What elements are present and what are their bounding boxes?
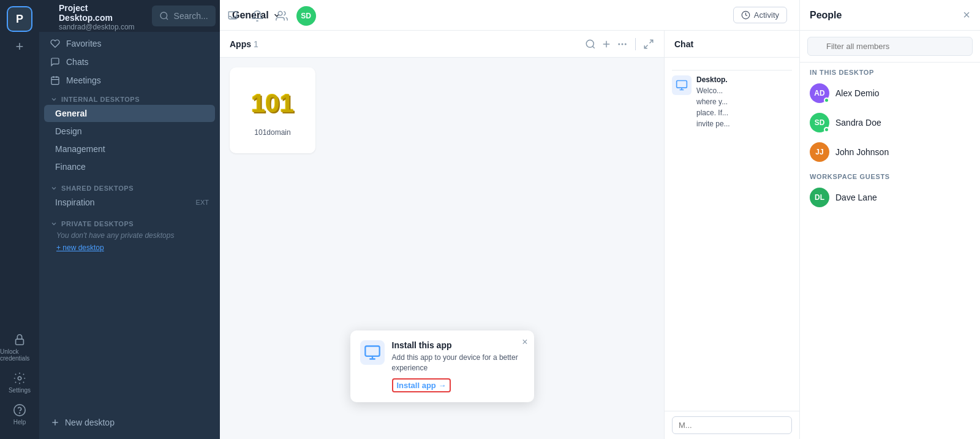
calendar-icon xyxy=(50,75,60,85)
apps-toolbar: Apps 1 xyxy=(220,31,664,58)
people-member-sandra[interactable]: SD Sandra Doe xyxy=(800,108,980,137)
people-panel-title: People xyxy=(810,10,842,21)
svg-point-10 xyxy=(586,40,594,47)
chat-message-content: Desktop. Welco...where y...place. If...i… xyxy=(696,75,792,129)
svg-line-16 xyxy=(650,40,653,43)
activity-button[interactable]: Activity xyxy=(733,7,787,23)
more-apps-icon[interactable] xyxy=(617,39,628,50)
member-avatar-sandra: SD xyxy=(810,113,829,132)
chat-input[interactable] xyxy=(672,416,792,434)
private-desktops-toggle[interactable]: PRIVATE DESKTOPS xyxy=(50,220,209,227)
people-panel-header: People × xyxy=(800,0,980,31)
shared-desktops-toggle[interactable]: SHARED DESKTOPS xyxy=(50,185,209,192)
content-chat-area: Apps 1 xyxy=(220,31,799,439)
plus-icon xyxy=(50,418,60,427)
install-popup-icon xyxy=(360,340,385,365)
people-search-wrap xyxy=(807,37,973,56)
in-this-desktop-header: IN THIS DESKTOP xyxy=(800,63,980,78)
people-panel: People × IN THIS DESKTOP AD Alex Demio S… xyxy=(799,0,980,439)
people-search-area xyxy=(800,31,980,63)
people-topbar-icon xyxy=(276,10,288,22)
app-name: Project Desktop.com xyxy=(59,3,135,23)
member-name-alex: Alex Demio xyxy=(835,88,880,98)
desktop-item-general[interactable]: General xyxy=(44,105,215,122)
sidebar-navigation: Favorites Chats Meetings xyxy=(39,32,220,92)
internal-desktops-toggle[interactable]: INTERNAL DESKTOPS xyxy=(50,96,209,103)
people-panel-close-button[interactable]: × xyxy=(963,8,970,22)
search-icon xyxy=(159,11,169,21)
chat-section: Chat Desktop. Welco...where y...place. I… xyxy=(665,31,799,439)
main-area: General Activity Apps 1 xyxy=(220,0,799,439)
heart-icon xyxy=(50,39,60,48)
svg-point-1 xyxy=(18,376,21,380)
member-name-sandra: Sandra Doe xyxy=(835,118,881,128)
new-desktop-button[interactable]: New desktop xyxy=(44,413,215,432)
monitor-icon xyxy=(364,344,381,361)
desktop-item-inspiration[interactable]: Inspiration EXT xyxy=(44,194,215,211)
desktop-item-design[interactable]: Design xyxy=(44,123,215,140)
search-apps-icon[interactable] xyxy=(585,39,596,50)
expand-icon[interactable] xyxy=(643,39,654,50)
chat-divider xyxy=(672,70,792,71)
member-online-dot-alex xyxy=(824,97,829,103)
shared-desktops-section: SHARED DESKTOPS xyxy=(39,181,220,193)
private-desktops-link[interactable]: + new desktop xyxy=(39,242,220,253)
people-member-alex[interactable]: AD Alex Demio xyxy=(800,78,980,108)
install-app-button[interactable]: Install app → xyxy=(392,378,451,392)
desktop-icon xyxy=(676,79,688,91)
desktop-item-management[interactable]: Management xyxy=(44,140,215,158)
install-popup-description: Add this app to your device for a better… xyxy=(392,353,524,373)
people-icon-button[interactable] xyxy=(272,6,292,26)
apps-count: 1 xyxy=(254,39,258,49)
toolbar-divider xyxy=(635,38,636,50)
sidebar-item-favorites[interactable]: Favorites xyxy=(44,34,215,53)
install-popup-title: Install this app xyxy=(392,340,524,350)
add-app-icon[interactable] xyxy=(601,39,612,50)
icon-bar: P + Unlock credentials Settings xyxy=(0,0,39,439)
install-popup-body: Install this app Add this app to your de… xyxy=(392,340,524,392)
workspace-guests-header: WORKSPACE GUESTS xyxy=(800,167,980,183)
member-avatar-dave: DL xyxy=(810,188,829,207)
svg-rect-19 xyxy=(677,81,687,88)
sidebar-item-chats[interactable]: Chats xyxy=(44,53,215,71)
svg-point-4 xyxy=(160,12,167,19)
search-bar[interactable]: Search... xyxy=(152,6,216,26)
inbox-icon-button[interactable] xyxy=(223,6,243,26)
app-card-101domain[interactable]: 101 101domain xyxy=(230,67,315,153)
workspace-avatar[interactable]: P xyxy=(7,6,32,32)
internal-desktops-list: General Design Management Finance xyxy=(39,104,220,176)
install-popup-close-button[interactable]: × xyxy=(522,337,527,348)
internal-desktops-section: INTERNAL DESKTOPS xyxy=(39,92,220,104)
app-101domain-name: 101domain xyxy=(254,128,290,137)
people-member-dave[interactable]: DL Dave Lane xyxy=(800,183,980,212)
desktop-item-finance[interactable]: Finance xyxy=(44,158,215,175)
desktop-message-icon xyxy=(672,75,692,95)
channel-header-actions: Activity xyxy=(733,7,787,23)
shared-desktops-list: Inspiration EXT xyxy=(39,193,220,212)
chat-message: Desktop. Welco...where y...place. If...i… xyxy=(672,75,792,129)
add-workspace-button[interactable]: + xyxy=(10,37,29,56)
notifications-icon-button[interactable] xyxy=(247,6,267,26)
chevron-down-icon-private xyxy=(50,220,58,227)
chevron-down-icon xyxy=(50,96,58,103)
chat-message-sender: Desktop. xyxy=(696,75,792,84)
people-filter-input[interactable] xyxy=(807,37,973,56)
svg-point-14 xyxy=(622,44,623,45)
app-email: sandrad@desktop.com xyxy=(59,23,135,31)
help-button[interactable]: Help xyxy=(13,403,26,426)
svg-line-17 xyxy=(644,45,647,48)
search-placeholder: Search... xyxy=(174,11,208,21)
chat-messages: Desktop. Welco...where y...place. If...i… xyxy=(665,58,799,411)
top-bar-header: Project Desktop.com sandrad@desktop.com … xyxy=(39,0,220,32)
people-member-john[interactable]: JJ John Johnson xyxy=(800,137,980,167)
unlock-credentials-button[interactable]: Unlock credentials xyxy=(0,333,39,362)
sidebar-item-meetings[interactable]: Meetings xyxy=(44,71,215,90)
apps-title: Apps 1 xyxy=(230,39,258,49)
member-online-dot-sandra xyxy=(824,127,829,132)
svg-point-5 xyxy=(278,12,282,16)
user-avatar[interactable]: SD xyxy=(296,6,316,26)
chat-icon xyxy=(50,57,60,67)
ext-badge: EXT xyxy=(196,199,209,206)
settings-button[interactable]: Settings xyxy=(9,372,31,394)
svg-point-13 xyxy=(619,44,620,45)
